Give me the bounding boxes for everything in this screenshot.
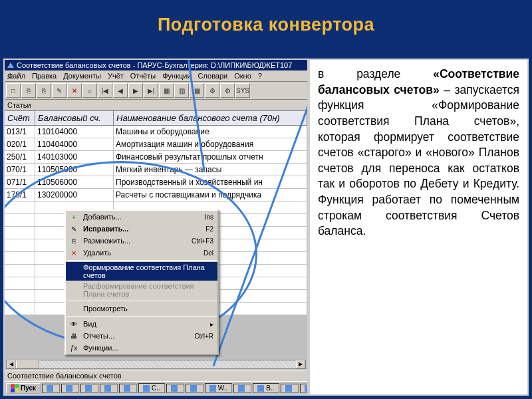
toolbar-btn-14[interactable]: ⚙ (220, 83, 235, 98)
scroll-track[interactable] (39, 360, 296, 368)
ctx-shortcut: Ctrl+R (194, 332, 213, 340)
ctx-label: Расформирование соответствия Плана счето… (83, 282, 213, 298)
toolbar-btn-15[interactable]: SYS (235, 83, 250, 98)
toolbar-btn-3[interactable]: ✎ (52, 83, 66, 98)
taskbar-item-5[interactable]: C.. (138, 383, 165, 393)
toolbar-btn-12[interactable]: ▦ (190, 83, 204, 98)
menu-separator (66, 316, 217, 317)
ctx-label: Формирование соответствия Плана счетов (83, 263, 213, 279)
taskbar-item-8[interactable]: W.. (205, 383, 232, 393)
ctx-label: Удалить (83, 249, 203, 257)
menu-file[interactable]: Файл (7, 72, 25, 80)
menu-separator (66, 301, 217, 301)
menu-reports[interactable]: Отчёты (130, 72, 156, 80)
table-row[interactable]: 071/1110506000Производственный и хозяйст… (5, 176, 307, 189)
taskbar-item-12[interactable] (300, 384, 309, 393)
ctx-label: Отчеты... (83, 332, 194, 340)
menu-dict[interactable]: Словари (198, 72, 228, 80)
ctx-shortcut: Del (203, 249, 213, 257)
ctx-label: Добавить... (83, 213, 205, 221)
menu-docs[interactable]: Документы (63, 72, 101, 80)
ctx-item-12[interactable]: ƒxФункции... (66, 342, 217, 354)
ctx-icon: ƒx (68, 343, 79, 352)
ctx-icon: ✕ (68, 248, 79, 257)
menu-separator (66, 260, 217, 261)
menu-help[interactable]: ? (258, 72, 262, 80)
toolbar-btn-0[interactable]: □ (6, 83, 21, 98)
ctx-icon (68, 304, 79, 313)
toolbar-btn-13[interactable]: ⚙ (205, 83, 219, 98)
taskbar-item-4[interactable] (119, 384, 137, 393)
ctx-label: Просмотреть (83, 305, 213, 313)
toolbar-btn-8[interactable]: ▶ (128, 83, 143, 98)
app-icon (7, 63, 14, 68)
menu-acct[interactable]: Учёт (108, 72, 124, 80)
ctx-icon (68, 285, 79, 295)
horizontal-scrollbar[interactable]: ◀ ▶ (6, 360, 306, 369)
taskbar-item-0[interactable] (42, 384, 60, 393)
ctx-item-6: Расформирование соответствия Плана счето… (66, 281, 217, 299)
table-row[interactable]: 070/1110505000Мягкий инвентарь — запасы (5, 164, 307, 176)
ctx-item-11[interactable]: 🖶Отчеты...Ctrl+R (66, 330, 217, 342)
taskbar[interactable]: Пуск C..W..B.. (5, 381, 307, 394)
ctx-label: Вид (83, 320, 210, 328)
toolbar-btn-4[interactable]: ✕ (67, 83, 82, 98)
ctx-item-10[interactable]: 👁Вид▸ (66, 318, 217, 330)
toolbar-btn-11[interactable]: ▥ (174, 83, 189, 98)
taskbar-item-7[interactable] (186, 384, 203, 393)
ctx-shortcut: Ctrl+F3 (192, 237, 213, 245)
taskbar-item-6[interactable] (166, 384, 184, 393)
toolbar-btn-7[interactable]: ◀ (113, 83, 128, 98)
scroll-thumb[interactable] (16, 360, 39, 368)
section-title: Статьи (5, 100, 307, 111)
ctx-item-5[interactable]: Формирование соответствия Плана счетов (66, 262, 217, 281)
toolbar-btn-6[interactable]: |◀ (98, 83, 112, 98)
taskbar-item-10[interactable]: B.. (253, 383, 279, 393)
ctx-item-3[interactable]: ✕УдалитьDel (66, 247, 217, 259)
scroll-left-arrow-icon[interactable]: ◀ (7, 360, 16, 368)
taskbar-item-9[interactable] (233, 384, 251, 393)
scroll-right-arrow-icon[interactable]: ▶ (296, 360, 305, 368)
col-account[interactable]: Счёт (5, 111, 35, 125)
window-title: Соответствие балансовых счетов - ПАРУС-Б… (17, 61, 292, 69)
slide-title: Подготовка конвертора (0, 0, 532, 45)
menu-edit[interactable]: Правка (32, 72, 57, 80)
app-window: Соответствие балансовых счетов - ПАРУС-Б… (3, 59, 309, 396)
menu-bar[interactable]: Файл Правка Документы Учёт Отчёты Функци… (5, 70, 307, 82)
start-button[interactable]: Пуск (6, 383, 41, 394)
ctx-label: Размножить... (83, 237, 192, 245)
windows-flag-icon (11, 384, 19, 392)
grid-header: Счёт Балансовый сч. Наименование балансо… (5, 111, 307, 126)
toolbar: □⎘⎘✎✕⌕|◀◀▶▶|▦▥▦⚙⚙SYS (5, 82, 307, 100)
col-name[interactable]: Наименование балансового счета (70н) (114, 111, 307, 125)
toolbar-btn-10[interactable]: ▦ (159, 83, 174, 98)
ctx-item-0[interactable]: +Добавить...Ins (66, 211, 217, 223)
menu-func[interactable]: Функции (162, 72, 191, 80)
ctx-shortcut: Ins (205, 213, 213, 221)
ctx-label: Исправить... (83, 225, 205, 233)
taskbar-item-11[interactable] (281, 384, 299, 393)
toolbar-btn-5[interactable]: ⌕ (82, 83, 97, 98)
desc-text: – запускается функция «Формирование соот… (318, 83, 519, 238)
toolbar-btn-9[interactable]: ▶| (144, 83, 158, 98)
toolbar-btn-2[interactable]: ⎘ (37, 83, 51, 98)
ctx-shortcut: ▸ (210, 321, 213, 328)
table-row[interactable]: 250/1140103000Финансовый результат прошл… (5, 151, 307, 164)
taskbar-item-3[interactable] (100, 384, 118, 393)
table-row[interactable]: 020/1110404000Амортизация машин и оборуд… (5, 138, 307, 151)
taskbar-item-1[interactable] (61, 384, 79, 393)
ctx-item-8[interactable]: Просмотреть (66, 303, 217, 315)
ctx-item-2[interactable]: ⎘Размножить...Ctrl+F3 (66, 235, 217, 247)
ctx-item-1[interactable]: ✎Исправить...F2 (66, 223, 217, 235)
ctx-icon (68, 267, 79, 276)
menu-window[interactable]: Окно (234, 72, 251, 80)
context-menu[interactable]: +Добавить...Ins✎Исправить...F2⎘Размножит… (65, 209, 219, 355)
col-balance[interactable]: Балансовый сч. (35, 111, 114, 125)
ctx-icon: ✎ (68, 224, 79, 233)
toolbar-btn-1[interactable]: ⎘ (21, 83, 36, 98)
table-row[interactable]: 178/1130200000Расчеты с поставщиками и п… (5, 189, 307, 201)
table-row[interactable]: 013/1110104000Машины и оборудование (5, 126, 307, 138)
ctx-icon: ⎘ (68, 236, 79, 245)
taskbar-item-2[interactable] (80, 384, 98, 393)
ctx-icon: 👁 (68, 319, 79, 329)
